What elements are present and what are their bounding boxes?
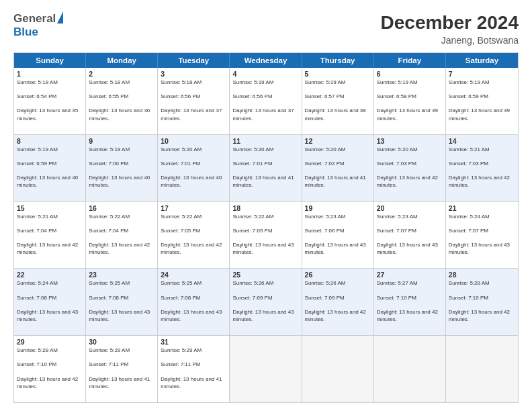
cell-daylight: Daylight: 13 hours and 42 minutes. <box>161 241 226 256</box>
day-number: 23 <box>89 271 154 279</box>
cell-daylight: Daylight: 13 hours and 42 minutes. <box>377 308 443 323</box>
page: General Blue December 2024 Janeng, Botsw… <box>0 0 532 411</box>
cell-sunset: Sunset: 6:59 PM <box>449 93 515 100</box>
day-number: 27 <box>377 271 443 279</box>
cell-sunset: Sunset: 7:09 PM <box>305 294 371 302</box>
cell-daylight: Daylight: 13 hours and 42 minutes. <box>449 308 515 323</box>
cell-sunset: Sunset: 7:10 PM <box>449 294 515 302</box>
calendar-cell: 17 Sunrise: 5:22 AM Sunset: 7:05 PM Dayl… <box>158 202 230 269</box>
cell-daylight: Daylight: 13 hours and 43 minutes. <box>232 241 298 256</box>
cell-sunset: Sunset: 7:08 PM <box>17 294 83 302</box>
cell-daylight: Daylight: 13 hours and 41 minutes. <box>89 375 154 390</box>
calendar-cell: 8 Sunrise: 5:19 AM Sunset: 6:59 PM Dayli… <box>14 135 86 201</box>
cell-daylight: Daylight: 13 hours and 40 minutes. <box>89 174 154 189</box>
cell-daylight: Daylight: 13 hours and 42 minutes. <box>89 241 154 256</box>
calendar-cell: 31 Sunrise: 5:29 AM Sunset: 7:11 PM Dayl… <box>158 336 230 402</box>
day-number: 3 <box>161 70 226 78</box>
header: General Blue December 2024 Janeng, Botsw… <box>13 12 519 46</box>
calendar-body: 1 Sunrise: 5:18 AM Sunset: 6:54 PM Dayli… <box>14 68 518 402</box>
cell-daylight: Daylight: 13 hours and 43 minutes. <box>89 308 154 323</box>
cell-sunset: Sunset: 6:55 PM <box>89 93 154 100</box>
cell-daylight: Daylight: 13 hours and 43 minutes. <box>377 241 443 256</box>
cell-sunrise: Sunrise: 5:21 AM <box>17 213 83 220</box>
day-number: 14 <box>449 137 515 145</box>
cell-daylight: Daylight: 13 hours and 39 minutes. <box>449 107 515 122</box>
cell-sunset: Sunset: 7:03 PM <box>449 160 515 167</box>
calendar-week-1: 1 Sunrise: 5:18 AM Sunset: 6:54 PM Dayli… <box>14 68 518 135</box>
cell-sunset: Sunset: 7:00 PM <box>89 160 154 167</box>
cell-sunrise: Sunrise: 5:23 AM <box>305 213 371 220</box>
cell-daylight: Daylight: 13 hours and 37 minutes. <box>161 107 226 122</box>
cell-sunrise: Sunrise: 5:18 AM <box>161 79 226 86</box>
cell-sunrise: Sunrise: 5:24 AM <box>449 213 515 220</box>
cell-daylight: Daylight: 13 hours and 40 minutes. <box>17 174 83 189</box>
cell-sunrise: Sunrise: 5:25 AM <box>89 279 154 287</box>
calendar-cell: 3 Sunrise: 5:18 AM Sunset: 6:56 PM Dayli… <box>158 68 230 134</box>
cell-sunrise: Sunrise: 5:20 AM <box>377 146 443 153</box>
day-number: 8 <box>17 137 83 145</box>
cell-sunset: Sunset: 7:06 PM <box>305 227 371 234</box>
cell-sunset: Sunset: 7:08 PM <box>89 294 154 302</box>
day-number: 29 <box>17 338 83 346</box>
cell-sunset: Sunset: 7:05 PM <box>232 227 298 234</box>
calendar-cell <box>374 336 446 402</box>
calendar-cell: 11 Sunrise: 5:20 AM Sunset: 7:01 PM Dayl… <box>230 135 302 201</box>
calendar-cell: 13 Sunrise: 5:20 AM Sunset: 7:03 PM Dayl… <box>374 135 446 201</box>
cell-sunset: Sunset: 7:09 PM <box>232 294 298 302</box>
cell-daylight: Daylight: 13 hours and 43 minutes. <box>17 308 83 323</box>
cell-sunrise: Sunrise: 5:29 AM <box>161 347 226 354</box>
header-day-monday: Monday <box>86 53 158 68</box>
calendar-cell: 7 Sunrise: 5:19 AM Sunset: 6:59 PM Dayli… <box>446 68 518 134</box>
cell-sunrise: Sunrise: 5:23 AM <box>377 213 443 220</box>
cell-sunset: Sunset: 6:54 PM <box>17 93 83 100</box>
cell-sunset: Sunset: 7:04 PM <box>89 227 154 234</box>
cell-sunrise: Sunrise: 5:19 AM <box>305 79 371 86</box>
cell-daylight: Daylight: 13 hours and 41 minutes. <box>305 174 371 189</box>
main-title: December 2024 <box>381 12 519 34</box>
calendar-cell: 23 Sunrise: 5:25 AM Sunset: 7:08 PM Dayl… <box>86 269 158 335</box>
calendar: SundayMondayTuesdayWednesdayThursdayFrid… <box>13 52 519 403</box>
cell-daylight: Daylight: 13 hours and 42 minutes. <box>377 174 443 189</box>
day-number: 1 <box>17 70 83 78</box>
cell-sunset: Sunset: 7:10 PM <box>377 294 443 302</box>
logo-line: General <box>13 12 63 26</box>
day-number: 25 <box>232 271 298 279</box>
calendar-week-5: 29 Sunrise: 5:28 AM Sunset: 7:10 PM Dayl… <box>14 336 518 402</box>
day-number: 6 <box>377 70 443 78</box>
calendar-week-3: 15 Sunrise: 5:21 AM Sunset: 7:04 PM Dayl… <box>14 202 518 269</box>
calendar-cell: 29 Sunrise: 5:28 AM Sunset: 7:10 PM Dayl… <box>14 336 86 402</box>
cell-sunset: Sunset: 7:01 PM <box>161 160 226 167</box>
cell-sunrise: Sunrise: 5:19 AM <box>89 146 154 153</box>
calendar-week-4: 22 Sunrise: 5:24 AM Sunset: 7:08 PM Dayl… <box>14 269 518 336</box>
cell-sunrise: Sunrise: 5:29 AM <box>89 347 154 354</box>
cell-sunset: Sunset: 6:57 PM <box>305 93 371 100</box>
cell-daylight: Daylight: 13 hours and 42 minutes. <box>305 308 371 323</box>
day-number: 13 <box>377 137 443 145</box>
logo-triangle-icon <box>57 11 63 24</box>
calendar-cell: 19 Sunrise: 5:23 AM Sunset: 7:06 PM Dayl… <box>302 202 374 269</box>
cell-sunrise: Sunrise: 5:19 AM <box>17 146 83 153</box>
calendar-cell: 30 Sunrise: 5:29 AM Sunset: 7:11 PM Dayl… <box>86 336 158 402</box>
day-number: 19 <box>305 204 371 212</box>
cell-daylight: Daylight: 13 hours and 35 minutes. <box>17 107 83 122</box>
calendar-header: SundayMondayTuesdayWednesdayThursdayFrid… <box>14 53 518 68</box>
cell-sunrise: Sunrise: 5:28 AM <box>449 279 515 287</box>
cell-sunset: Sunset: 7:10 PM <box>17 361 83 368</box>
cell-sunrise: Sunrise: 5:24 AM <box>17 279 83 287</box>
cell-daylight: Daylight: 13 hours and 38 minutes. <box>305 107 371 122</box>
cell-sunrise: Sunrise: 5:21 AM <box>449 146 515 153</box>
cell-daylight: Daylight: 13 hours and 39 minutes. <box>377 107 443 122</box>
cell-sunset: Sunset: 7:01 PM <box>232 160 298 167</box>
day-number: 17 <box>161 204 226 212</box>
calendar-cell: 18 Sunrise: 5:22 AM Sunset: 7:05 PM Dayl… <box>230 202 302 269</box>
cell-daylight: Daylight: 13 hours and 43 minutes. <box>232 308 298 323</box>
day-number: 11 <box>232 137 298 145</box>
day-number: 9 <box>89 137 154 145</box>
calendar-cell: 26 Sunrise: 5:26 AM Sunset: 7:09 PM Dayl… <box>302 269 374 335</box>
header-day-thursday: Thursday <box>302 53 374 68</box>
cell-sunset: Sunset: 6:56 PM <box>161 93 226 100</box>
cell-daylight: Daylight: 13 hours and 43 minutes. <box>305 241 371 256</box>
cell-daylight: Daylight: 13 hours and 42 minutes. <box>17 375 83 390</box>
cell-sunrise: Sunrise: 5:25 AM <box>161 279 226 287</box>
day-number: 4 <box>232 70 298 78</box>
